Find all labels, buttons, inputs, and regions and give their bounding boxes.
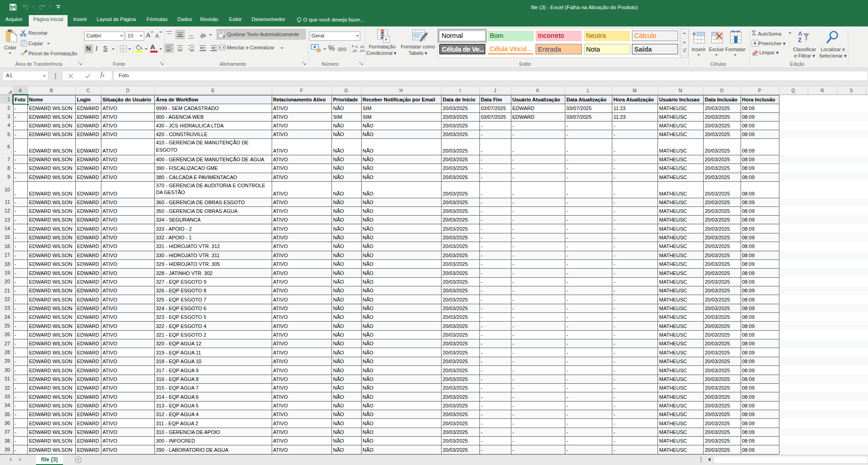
svg-text:Z: Z xyxy=(798,37,801,43)
svg-text:≠: ≠ xyxy=(385,37,388,42)
svg-text:A: A xyxy=(798,31,802,37)
svg-text:ab: ab xyxy=(200,32,206,38)
